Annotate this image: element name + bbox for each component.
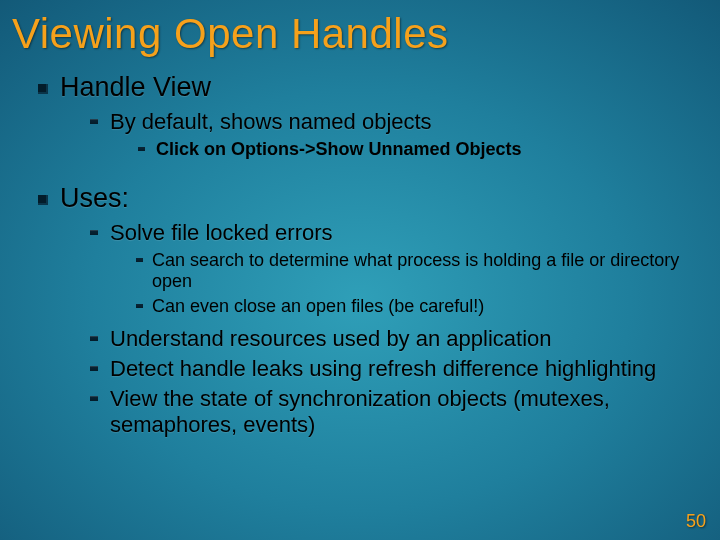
- bullet-text: Detect handle leaks using refresh differ…: [110, 356, 656, 381]
- bullet-text: Uses:: [60, 183, 129, 213]
- bullet-list-level1: Handle View By default, shows named obje…: [0, 66, 720, 446]
- bullet-text: Handle View: [60, 72, 211, 102]
- list-item: Uses: Solve file locked errors Can searc…: [38, 183, 720, 447]
- bullet-text: By default, shows named objects: [110, 109, 432, 134]
- slide-title: Viewing Open Handles: [0, 0, 720, 66]
- list-item: Solve file locked errors Can search to d…: [90, 220, 720, 323]
- bullet-text: View the state of synchronization object…: [110, 386, 610, 437]
- bullet-text: Click on Options->Show Unnamed Objects: [156, 139, 522, 159]
- bullet-text: Can even close an open files (be careful…: [152, 296, 484, 316]
- bullet-list-level3: Click on Options->Show Unnamed Objects: [110, 135, 720, 169]
- list-item: Handle View By default, shows named obje…: [38, 72, 720, 177]
- list-item: Can search to determine what process is …: [136, 250, 720, 293]
- bullet-text: Understand resources used by an applicat…: [110, 326, 552, 351]
- list-item: By default, shows named objects Click on…: [90, 109, 720, 169]
- page-number: 50: [686, 511, 706, 532]
- bullet-list-level2: By default, shows named objects Click on…: [60, 103, 720, 177]
- bullet-list-level3: Can search to determine what process is …: [110, 246, 720, 323]
- bullet-text: Can search to determine what process is …: [152, 250, 679, 292]
- list-item: Understand resources used by an applicat…: [90, 326, 720, 352]
- bullet-list-level2: Solve file locked errors Can search to d…: [60, 214, 720, 447]
- list-item: View the state of synchronization object…: [90, 386, 720, 438]
- bullet-text: Solve file locked errors: [110, 220, 333, 245]
- list-item: Detect handle leaks using refresh differ…: [90, 356, 720, 382]
- list-item: Click on Options->Show Unnamed Objects: [138, 139, 720, 161]
- list-item: Can even close an open files (be careful…: [136, 296, 720, 318]
